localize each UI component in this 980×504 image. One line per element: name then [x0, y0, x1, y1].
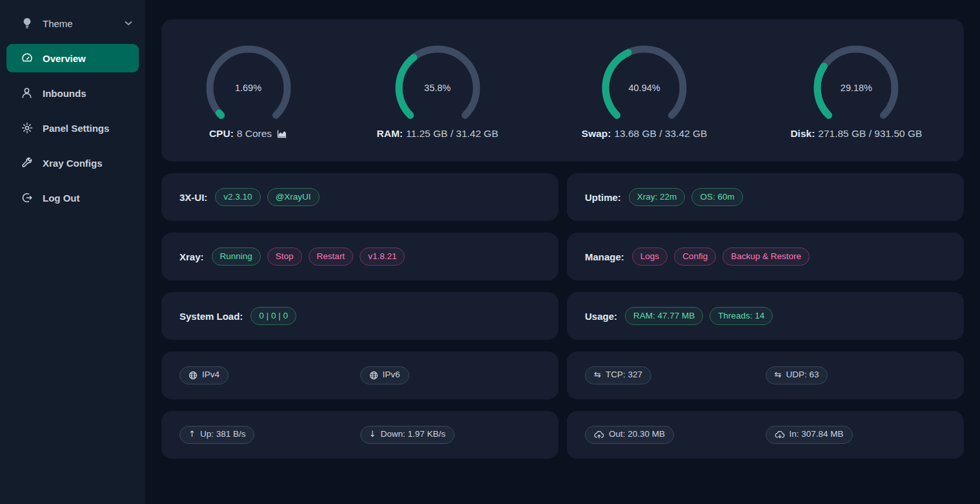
- sidebar-nav: Overview Inbounds Panel Settings: [0, 44, 145, 212]
- sidebar: Theme Overview Inbounds: [0, 0, 145, 504]
- tcp-count-pill: ⇆ TCP: 327: [585, 366, 651, 384]
- ram-label: RAM: 11.25 GB / 31.42 GB: [377, 128, 498, 140]
- dashboard-icon: [21, 52, 33, 64]
- xray-stop-button[interactable]: Stop: [267, 247, 302, 266]
- theme-selector[interactable]: Theme: [0, 9, 145, 37]
- card-label: Uptime:: [585, 192, 621, 203]
- card-label: Xray:: [179, 251, 204, 262]
- swap-gauge: 40.94% Swap: 13.68 GB / 33.42 GB: [582, 43, 708, 140]
- disk-percent: 29.18%: [811, 83, 901, 93]
- main-content: 1.69% CPU: 8 Cores: [145, 0, 980, 504]
- download-speed-pill: ↓ Down: 1.97 KB/s: [360, 426, 454, 444]
- ram-gauge: 35.8% RAM: 11.25 GB / 31.42 GB: [377, 43, 498, 140]
- card-label: 3X-UI:: [179, 192, 207, 203]
- globe-icon: [369, 371, 378, 380]
- usage-card: Usage: RAM: 47.77 MB Threads: 14: [567, 292, 964, 340]
- wrench-icon: [21, 157, 33, 169]
- cards-grid: 3X-UI: v2.3.10 @XrayUI Uptime: Xray: 22m…: [161, 173, 964, 459]
- user-icon: [21, 87, 33, 99]
- swap-percent: 40.94%: [599, 83, 689, 93]
- manage-card: Manage: Logs Config Backup & Restore: [567, 233, 964, 280]
- traffic-card: Out: 20.30 MB In: 307.84 MB: [567, 411, 964, 459]
- udp-count-pill: ⇆ UDP: 63: [766, 366, 828, 384]
- xray-version-badge[interactable]: v1.8.21: [360, 247, 405, 266]
- logs-button[interactable]: Logs: [632, 247, 668, 266]
- telegram-channel-badge[interactable]: @XrayUI: [267, 188, 320, 207]
- xray-restart-button[interactable]: Restart: [309, 247, 354, 266]
- area-chart-icon: [277, 129, 287, 138]
- cloud-upload-icon: [594, 430, 604, 439]
- traffic-out-pill: Out: 20.30 MB: [585, 426, 674, 444]
- cpu-label: CPU: 8 Cores: [209, 128, 287, 140]
- arrow-down-icon: ↓: [369, 429, 376, 439]
- sidebar-item-label: Panel Settings: [43, 123, 109, 134]
- gear-icon: [21, 122, 33, 134]
- system-load-card: System Load: 0 | 0 | 0: [161, 292, 558, 340]
- ram-percent: 35.8%: [393, 83, 483, 93]
- config-button[interactable]: Config: [674, 247, 716, 266]
- sidebar-item-label: Overview: [43, 53, 86, 64]
- speed-card: ↑ Up: 381 B/s ↓ Down: 1.97 KB/s: [161, 411, 558, 459]
- sidebar-item-log-out[interactable]: Log Out: [6, 184, 139, 212]
- sidebar-item-overview[interactable]: Overview: [6, 44, 139, 72]
- xray-uptime-badge: Xray: 22m: [629, 188, 686, 207]
- cpu-percent: 1.69%: [203, 83, 294, 93]
- theme-label: Theme: [43, 18, 73, 29]
- backup-restore-button[interactable]: Backup & Restore: [722, 247, 810, 266]
- xray-status-card: Xray: Running Stop Restart v1.8.21: [161, 233, 558, 280]
- sidebar-item-xray-configs[interactable]: Xray Configs: [6, 149, 139, 177]
- ipv6-pill: IPv6: [360, 366, 409, 384]
- os-uptime-badge: OS: 60m: [691, 188, 742, 207]
- swap-label: Swap: 13.68 GB / 33.42 GB: [582, 128, 708, 140]
- sidebar-item-inbounds[interactable]: Inbounds: [6, 79, 139, 107]
- panel-version-badge[interactable]: v2.3.10: [215, 188, 260, 207]
- swap-icon: ⇆: [775, 370, 782, 380]
- system-stats-card: 1.69% CPU: 8 Cores: [161, 19, 964, 162]
- sidebar-item-label: Inbounds: [43, 88, 87, 99]
- swap-icon: ⇆: [594, 370, 601, 380]
- ip-card: IPv4 IPv6: [161, 352, 558, 399]
- globe-icon: [189, 371, 198, 380]
- threads-badge: Threads: 14: [709, 307, 773, 326]
- logout-icon: [21, 192, 33, 204]
- connections-card: ⇆ TCP: 327 ⇆ UDP: 63: [567, 352, 964, 399]
- uptime-card: Uptime: Xray: 22m OS: 60m: [567, 173, 964, 221]
- system-load-badge: 0 | 0 | 0: [250, 307, 296, 326]
- card-label: Usage:: [585, 311, 617, 322]
- card-label: System Load:: [179, 311, 243, 322]
- disk-gauge: 29.18% Disk: 271.85 GB / 931.50 GB: [790, 43, 922, 140]
- sidebar-item-panel-settings[interactable]: Panel Settings: [6, 114, 139, 142]
- ram-usage-badge: RAM: 47.77 MB: [625, 307, 703, 326]
- cloud-download-icon: [775, 430, 785, 439]
- disk-label: Disk: 271.85 GB / 931.50 GB: [790, 128, 922, 140]
- ipv4-pill: IPv4: [179, 366, 229, 384]
- sidebar-item-label: Xray Configs: [43, 158, 103, 169]
- card-label: Manage:: [585, 251, 624, 262]
- upload-speed-pill: ↑ Up: 381 B/s: [179, 426, 254, 444]
- sidebar-item-label: Log Out: [43, 193, 79, 204]
- chevron-down-icon: [125, 21, 132, 26]
- xray-running-badge: Running: [212, 247, 261, 266]
- traffic-in-pill: In: 307.84 MB: [766, 426, 853, 444]
- bulb-icon: [21, 17, 33, 29]
- arrow-up-icon: ↑: [189, 429, 196, 439]
- cpu-gauge: 1.69% CPU: 8 Cores: [203, 43, 294, 140]
- panel-version-card: 3X-UI: v2.3.10 @XrayUI: [161, 173, 558, 221]
